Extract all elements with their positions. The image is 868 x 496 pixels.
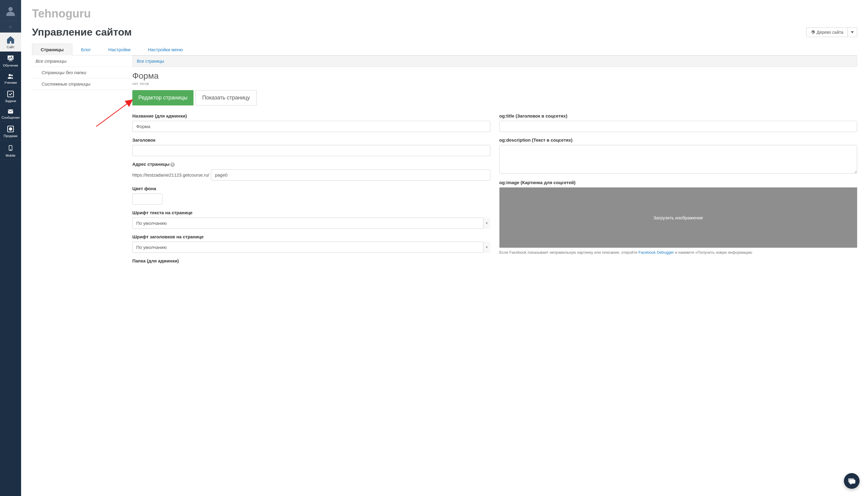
- no-tags-label: нет тегов: [132, 81, 857, 86]
- url-input[interactable]: [211, 169, 490, 181]
- avatar-icon: [5, 6, 16, 16]
- sidebar-item-label: Сообщения: [1, 116, 20, 119]
- page-title: Управление сайтом: [32, 26, 132, 38]
- page-tree-panel: Все страницы Страницы без папки Системны…: [32, 56, 132, 269]
- page-heading: Форма: [132, 71, 857, 81]
- svg-rect-5: [8, 109, 13, 113]
- sidebar-item-label: Продажи: [4, 134, 17, 138]
- chevron-down-icon[interactable]: ▼: [483, 218, 490, 229]
- caret-down-icon: [851, 31, 854, 33]
- title-label: Заголовок: [132, 137, 490, 142]
- og-desc-input[interactable]: [499, 145, 857, 174]
- sidebar-item-label: Ученики: [4, 81, 17, 84]
- bgcolor-label: Цвет фона: [132, 186, 490, 191]
- tab-blog[interactable]: Блог: [72, 44, 99, 56]
- font-text-label: Шрифт текста на странице: [132, 210, 490, 215]
- safe-icon: [6, 125, 14, 133]
- url-prefix: https://testzadanie21123.getcourse.ru/: [132, 172, 209, 177]
- svg-point-8: [10, 128, 11, 129]
- svg-point-0: [9, 7, 13, 11]
- chevron-down-icon[interactable]: ▼: [483, 242, 490, 253]
- page-editor-button[interactable]: Редактор страницы: [132, 90, 193, 106]
- sidebar-item-site[interactable]: Сайт: [0, 33, 21, 51]
- sidebar-item-label: Обучение: [3, 64, 18, 67]
- tree-system[interactable]: Системные страницы: [32, 78, 132, 90]
- og-title-label: og:title (Заголовок в соцсетях): [499, 113, 857, 119]
- sidebar-item-messages[interactable]: Сообщения: [0, 106, 21, 122]
- sidebar-item-mobile[interactable]: Mobile: [0, 140, 21, 160]
- brand-title: Tehnoguru: [32, 7, 857, 20]
- sidebar-item-students[interactable]: Ученики: [0, 70, 21, 87]
- main-content: Tehnoguru Управление сайтом Дерево сайта…: [21, 0, 868, 496]
- site-tree-dropdown[interactable]: [848, 27, 857, 37]
- sidebar: Сайт Обучение Ученики Задачи Сообщения П…: [0, 0, 21, 496]
- font-head-select[interactable]: [132, 242, 490, 253]
- mobile-icon: [7, 143, 14, 153]
- font-text-select[interactable]: [132, 218, 490, 229]
- chat-icon: [848, 477, 856, 485]
- og-image-upload[interactable]: Загрузить изображение: [499, 187, 857, 248]
- sidebar-item-training[interactable]: Обучение: [0, 51, 21, 70]
- sidebar-sound[interactable]: [0, 21, 21, 33]
- title-input[interactable]: [132, 145, 490, 156]
- name-input[interactable]: [132, 121, 490, 132]
- help-icon[interactable]: ?: [170, 162, 175, 167]
- og-desc-label: og:description (Текст в соцсетях): [499, 137, 857, 142]
- bgcolor-input[interactable]: [132, 193, 162, 205]
- tree-all-pages[interactable]: Все страницы: [32, 56, 132, 67]
- sound-icon: [8, 25, 13, 29]
- sidebar-item-tasks[interactable]: Задачи: [0, 87, 21, 106]
- mail-icon: [6, 108, 15, 114]
- sidebar-avatar[interactable]: [0, 0, 21, 21]
- tree-no-folder[interactable]: Страницы без папки: [32, 67, 132, 78]
- svg-rect-1: [7, 56, 14, 60]
- sidebar-item-sales[interactable]: Продажи: [0, 122, 21, 140]
- page-detail-panel: Все страницы Форма нет тегов Редактор ст…: [132, 56, 857, 269]
- font-head-label: Шрифт заголовков на странице: [132, 234, 490, 239]
- tab-pages[interactable]: Страницы: [32, 44, 72, 56]
- chat-button[interactable]: [844, 473, 859, 489]
- sidebar-item-label: Задачи: [5, 99, 16, 103]
- home-icon: [6, 35, 15, 44]
- folder-label: Папка (для админки): [132, 258, 490, 263]
- check-icon: [6, 90, 14, 98]
- tree-button-label: Дерево сайта: [817, 30, 843, 35]
- url-label: Адрес страницы?: [132, 161, 490, 167]
- tab-settings[interactable]: Настройки: [99, 44, 139, 56]
- og-title-input[interactable]: [499, 121, 857, 132]
- presentation-icon: [6, 55, 15, 62]
- tab-menu-settings[interactable]: Настройки меню: [139, 44, 192, 56]
- users-icon: [6, 73, 15, 80]
- breadcrumb-link[interactable]: Все страницы: [137, 59, 164, 64]
- svg-point-2: [9, 74, 11, 76]
- show-page-button[interactable]: Показать страницу: [195, 90, 257, 106]
- tree-button-group: Дерево сайта: [806, 27, 857, 37]
- og-image-label: og:image (Картинка для соцсетей): [499, 180, 857, 185]
- sidebar-item-label: Mobile: [6, 154, 15, 157]
- gear-icon: [811, 30, 815, 34]
- breadcrumb: Все страницы: [132, 56, 857, 67]
- svg-point-3: [11, 75, 13, 77]
- site-tree-button[interactable]: Дерево сайта: [806, 27, 848, 37]
- name-label: Название (для админки): [132, 113, 490, 119]
- svg-rect-4: [7, 91, 14, 97]
- og-note: Если Facebook показывает неправильную ка…: [499, 249, 857, 255]
- tabs: Страницы Блог Настройки Настройки меню: [32, 43, 857, 56]
- sidebar-item-label: Сайт: [6, 45, 14, 49]
- svg-point-10: [10, 150, 11, 150]
- fb-debugger-link[interactable]: Facebook Debugger: [638, 250, 674, 254]
